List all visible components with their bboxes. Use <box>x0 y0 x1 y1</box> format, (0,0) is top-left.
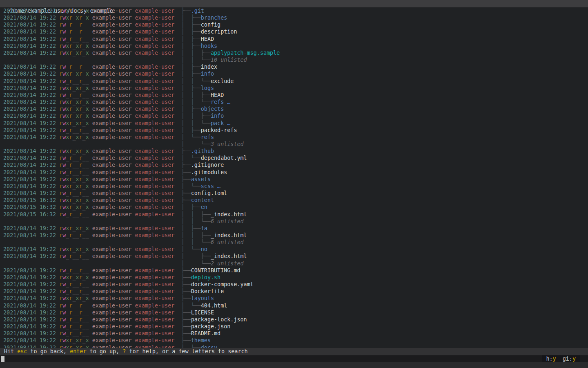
file-name[interactable]: assets <box>191 176 211 182</box>
tree-row[interactable]: 2021/08/14 19:22 rw_r__r__ example-user … <box>0 253 588 260</box>
file-name[interactable]: hooks <box>201 43 217 49</box>
tree-row[interactable]: 2021/08/14 19:22 rw_r__r__ example-user … <box>0 155 588 162</box>
tree-row[interactable]: 2021/08/14 19:22 rw_r__r__ example-user … <box>0 21 588 28</box>
file-perm-char: _ <box>82 85 86 91</box>
file-name[interactable]: applypatch-msg.sample <box>211 50 280 56</box>
file-name[interactable]: package-lock.json <box>191 316 247 323</box>
file-date: 2021/08/15 16:32 <box>0 204 59 210</box>
file-name[interactable]: Dockerfile <box>191 288 224 294</box>
file-name[interactable]: fa <box>201 225 207 231</box>
file-perm-char: r <box>79 92 82 98</box>
file-name[interactable]: deploy.sh <box>191 274 221 280</box>
tree-row[interactable]: 2021/08/14 19:22 rw_r__r__ example-user … <box>0 63 588 70</box>
tree-row[interactable]: 2021/08/15 16:32 rw_r__r__ example-user … <box>0 211 588 218</box>
file-name[interactable]: .gitmodules <box>191 169 227 175</box>
tree-row[interactable]: 2021/08/14 19:22 rwxr_xr_x example-user … <box>0 7 588 14</box>
file-name[interactable]: .git <box>191 8 204 14</box>
tree-row[interactable]: 2021/08/14 19:22 rwxr_xr_x example-user … <box>0 43 588 49</box>
tree-row[interactable]: 2021/08/14 19:22 rw_r__r__ example-user … <box>0 316 588 323</box>
file-name[interactable]: description <box>201 29 237 35</box>
file-name[interactable]: dependabot.yml <box>201 155 247 161</box>
file-owner: example-user <box>89 36 132 42</box>
tree-row[interactable]: 2021/08/14 19:22 rwxr_xr_x example-user … <box>0 225 588 232</box>
tree-row[interactable]: 2021/08/15 16:32 rwxr_xr_x example-user … <box>0 204 588 211</box>
file-name[interactable]: branches <box>201 15 227 21</box>
tree-row[interactable]: 2021/08/14 19:22 rwxr_xr_x example-user … <box>0 70 588 77</box>
tree-row[interactable]: 2021/08/14 19:22 rw_r__r__ example-user … <box>0 281 588 288</box>
file-group: example-user <box>132 281 175 287</box>
file-name[interactable]: en <box>201 204 207 210</box>
file-name[interactable]: scss … <box>201 183 220 189</box>
file-name[interactable]: pack … <box>211 120 230 126</box>
tree-row[interactable]: 2021/08/14 19:22 rw_r__r__ example-user … <box>0 323 588 330</box>
file-name[interactable]: .gitignore <box>191 162 224 168</box>
file-perm-char: r <box>79 113 82 119</box>
file-name[interactable]: content <box>191 197 214 203</box>
tree-row[interactable]: 2021/08/14 19:22 rw_r__r__ example-user … <box>0 232 588 239</box>
tree-row[interactable]: 2021/08/14 19:22 rwxr_xr_x example-user … <box>0 105 588 112</box>
tree-row[interactable]: 2021/08/14 19:22 rwxr_xr_x example-user … <box>0 274 588 281</box>
file-name[interactable]: packed-refs <box>201 127 237 133</box>
file-name[interactable]: .github <box>191 148 214 154</box>
tree-row[interactable]: 2021/08/14 19:22 rwxr_xr_x example-user … <box>0 99 588 105</box>
tree-row[interactable]: 2021/08/14 19:22 rw_r__r__ example-user … <box>0 267 588 274</box>
tree-row[interactable]: 2021/08/14 19:22 rw_r__r__ example-user … <box>0 78 588 85</box>
file-name[interactable]: HEAD <box>211 92 224 98</box>
tree-row[interactable]: 2021/08/14 19:22 rw_r__r__ example-user … <box>0 162 588 168</box>
tree-row[interactable]: 2021/08/14 19:22 rw_r__r__ example-user … <box>0 330 588 337</box>
tree-row[interactable]: 2021/08/14 19:22 rw_r__r__ example-user … <box>0 36 588 43</box>
tree-row[interactable]: 2021/08/14 19:22 rw_r__r__ example-user … <box>0 309 588 316</box>
file-name[interactable]: index <box>201 64 217 70</box>
file-name[interactable]: info <box>211 113 224 119</box>
search-input[interactable]: h:y gi:y <box>0 355 588 363</box>
file-name[interactable]: config.toml <box>191 190 227 196</box>
tree-row[interactable]: 2021/08/14 19:22 rwxr_xr_x example-user … <box>0 112 588 119</box>
file-name[interactable]: README.md <box>191 330 221 337</box>
file-group: example-user <box>132 197 175 203</box>
tree-row[interactable]: 2021/08/14 19:22 rw_r__r__ example-user … <box>0 169 588 176</box>
file-name[interactable]: layouts <box>191 295 214 301</box>
file-name[interactable]: info <box>201 71 214 77</box>
file-name[interactable]: themes <box>191 337 211 343</box>
tree-row[interactable]: 2021/08/14 19:22 rw_r__r__ example-user … <box>0 92 588 99</box>
tree-row[interactable]: 2021/08/14 19:22 rwxr_xr_x example-user … <box>0 85 588 92</box>
tree-row[interactable]: 2021/08/14 19:22 rw_r__r__ example-user … <box>0 127 588 134</box>
file-name[interactable]: _index.html <box>211 253 247 259</box>
tree-row[interactable]: 2021/08/14 19:22 rw_r__r__ example-user … <box>0 190 588 197</box>
file-name[interactable]: refs … <box>211 99 230 105</box>
file-name[interactable]: refs <box>201 134 214 140</box>
file-name[interactable]: HEAD <box>201 36 214 42</box>
tree-row[interactable]: 2021/08/14 19:22 rw_r__r__ example-user … <box>0 288 588 295</box>
tree-row[interactable]: 2021/08/15 16:32 rwxr_xr_x example-user … <box>0 197 588 204</box>
file-group: example-user <box>132 204 175 210</box>
file-date: 2021/08/14 19:22 <box>0 15 59 21</box>
file-name[interactable]: _index.html <box>211 211 247 218</box>
tree-row[interactable]: 2021/08/14 19:22 rw_r__r__ example-user … <box>0 302 588 309</box>
tree-row[interactable]: 2021/08/14 19:22 rw_r__r__ example-user … <box>0 28 588 35</box>
tree-row[interactable]: 2021/08/14 19:22 rwxr_xr_x example-user … <box>0 295 588 302</box>
file-name[interactable]: CONTRIBUTING.md <box>191 267 241 274</box>
tree-row[interactable]: 2021/08/14 19:22 rwxr_xr_x example-user … <box>0 14 588 21</box>
file-perm-char: r <box>79 85 82 91</box>
tree-row[interactable]: 2021/08/14 19:22 rwxr_xr_x example-user … <box>0 134 588 141</box>
tree-row[interactable]: 2021/08/14 19:22 rwxr_xr_x example-user … <box>0 176 588 183</box>
tree-row[interactable]: 2021/08/14 19:22 rwxr_xr_x example-user … <box>0 337 588 344</box>
tree-row[interactable]: 2021/08/14 19:22 rwxr_xr_x example-user … <box>0 183 588 190</box>
file-name[interactable]: _index.html <box>211 232 247 238</box>
file-name[interactable]: 404.html <box>201 303 227 309</box>
file-name[interactable]: no <box>201 246 207 252</box>
file-name[interactable]: objects <box>201 106 224 112</box>
tree-row[interactable]: 2021/08/14 19:22 rwxr_xr_x example-user … <box>0 148 588 155</box>
file-perm-char: r <box>79 337 82 343</box>
file-perm-char: _ <box>76 92 79 98</box>
file-name[interactable]: docker-compose.yaml <box>191 281 254 287</box>
file-name[interactable]: logs <box>201 85 214 91</box>
file-name[interactable]: config <box>201 22 220 28</box>
tree-row[interactable]: 2021/08/14 19:22 rwxr_xr_x example-user … <box>0 246 588 253</box>
file-owner: example-user <box>89 232 132 238</box>
tree-row[interactable]: 2021/08/14 19:22 rwxr_xr_x example-user … <box>0 120 588 127</box>
tree-row[interactable]: 2021/08/14 19:22 rwxr_xr_x example-user … <box>0 49 588 56</box>
file-name[interactable]: package.json <box>191 323 231 330</box>
file-name[interactable]: LICENSE <box>191 310 214 316</box>
file-name[interactable]: exclude <box>211 78 234 84</box>
